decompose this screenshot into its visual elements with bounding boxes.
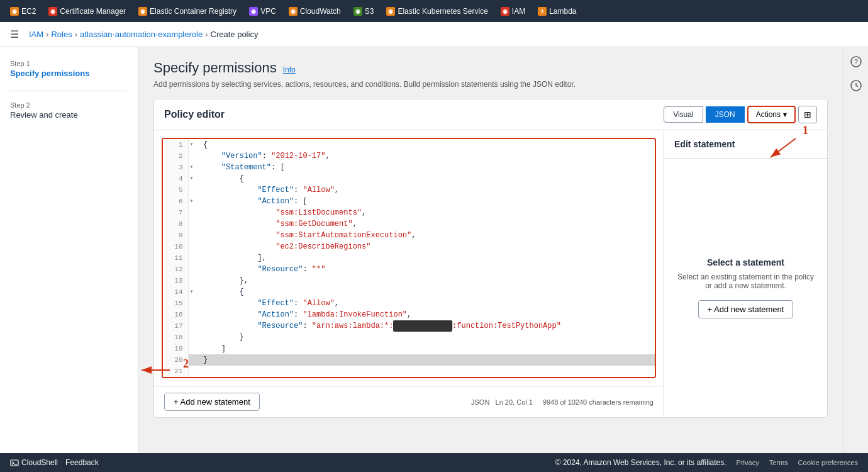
editor-body: 1▾{2 "Version": "2012-10-17",3▾ "Stateme… — [154, 130, 827, 417]
breadcrumb-role-name[interactable]: atlassian-automation-examplerole — [80, 30, 203, 39]
code-line-1: 1▾{ — [163, 139, 655, 150]
step1-title[interactable]: Specify permissions — [10, 69, 128, 78]
actions-button[interactable]: Actions ▾ — [747, 106, 796, 123]
ec2-icon: ◉ — [10, 7, 19, 16]
code-line-18: 18 } — [163, 332, 655, 343]
nav-ecr[interactable]: ◉ Elastic Container Registry — [133, 6, 242, 17]
editor-toolbar: Visual JSON Actions ▾ ⊞ — [664, 106, 817, 123]
add-statement-button[interactable]: + Add new statement — [164, 393, 260, 411]
json-editor-scroll[interactable]: 1▾{2 "Version": "2012-10-17",3▾ "Stateme… — [163, 139, 655, 377]
step2-title[interactable]: Review and create — [10, 110, 128, 120]
svg-rect-9 — [11, 460, 18, 466]
breadcrumb: IAM › Roles › atlassian-automation-examp… — [29, 30, 258, 39]
code-line-19: 19 ] — [163, 343, 655, 354]
nav-s3[interactable]: ◉ S3 — [348, 6, 379, 17]
nav-lambda[interactable]: λ Lambda — [533, 6, 581, 17]
code-line-3: 3▾ "Statement": [ — [163, 162, 655, 173]
chars-remaining: 9948 of 10240 characters remaining — [543, 398, 654, 406]
iam-icon: ◉ — [501, 7, 509, 16]
page-description: Add permissions by selecting services, a… — [153, 80, 828, 89]
code-line-11: 11 ], — [163, 252, 655, 264]
top-navigation: ◉ EC2 ◉ Certificate Manager ◉ Elastic Co… — [0, 0, 868, 22]
json-editor[interactable]: 1▾{2 "Version": "2012-10-17",3▾ "Stateme… — [162, 138, 656, 378]
code-table: 1▾{2 "Version": "2012-10-17",3▾ "Stateme… — [163, 139, 655, 377]
code-line-15: 15 "Effect": "Allow", — [163, 298, 655, 309]
select-statement-description: Select an existing statement in the poli… — [677, 273, 815, 290]
feedback-link[interactable]: Feedback — [65, 458, 99, 467]
right-panel-body: Select a statement Select an existing st… — [664, 159, 827, 417]
policy-editor-title: Policy editor — [164, 109, 225, 120]
main-content: Specify permissions Info Add permissions… — [138, 47, 843, 453]
settings-icon: ⊞ — [804, 110, 811, 120]
editor-settings-button[interactable]: ⊞ — [798, 106, 817, 123]
breadcrumb-iam[interactable]: IAM — [29, 30, 43, 39]
code-line-16: 16 "Action": "lambda:InvokeFunction", — [163, 309, 655, 320]
privacy-link[interactable]: Privacy — [737, 459, 759, 466]
right-panel-title: Edit statement — [664, 130, 827, 159]
svg-text:?: ? — [854, 58, 857, 65]
code-line-14: 14▾ { — [163, 286, 655, 298]
code-line-20: 20} — [163, 354, 655, 366]
code-line-12: 12 "Resource": "*" — [163, 264, 655, 275]
code-line-17: 17 "Resource": "arn:aws:lambda:*:███████… — [163, 320, 655, 332]
sidebar: Step 1 Specify permissions Step 2 Review… — [0, 47, 138, 453]
code-line-5: 5 "Effect": "Allow", — [163, 184, 655, 196]
code-line-9: 9 "ssm:StartAutomationExecution", — [163, 230, 655, 241]
ecr-icon: ◉ — [138, 7, 147, 16]
step1-label: Step 1 — [10, 60, 128, 67]
copyright: © 2024, Amazon Web Services, Inc. or its… — [555, 458, 726, 467]
code-line-8: 8 "ssm:GetDocument", — [163, 218, 655, 230]
nav-cloudwatch[interactable]: ◉ CloudWatch — [284, 6, 346, 17]
editor-footer: + Add new statement JSON Ln 20, Col 1 99… — [154, 386, 664, 417]
lambda-icon: λ — [538, 7, 547, 16]
svg-line-8 — [856, 86, 858, 87]
code-line-2: 2 "Version": "2012-10-17", — [163, 150, 655, 162]
policy-editor-header: Policy editor Visual JSON Actions ▾ ⊞ — [154, 99, 827, 130]
nav-vpc[interactable]: ◉ VPC — [244, 6, 281, 17]
add-statement-panel-button[interactable]: + Add new statement — [698, 300, 794, 318]
nav-cert[interactable]: ◉ Certificate Manager — [43, 6, 131, 17]
right-panel: Edit statement Select a statement Select… — [664, 130, 827, 417]
step2-label: Step 2 — [10, 101, 128, 109]
s3-icon: ◉ — [353, 7, 362, 16]
vpc-icon: ◉ — [249, 7, 258, 16]
breadcrumb-roles[interactable]: Roles — [51, 30, 72, 39]
info-link[interactable]: Info — [283, 65, 296, 74]
main-layout: Step 1 Specify permissions Step 2 Review… — [0, 47, 868, 453]
cert-icon: ◉ — [48, 7, 57, 16]
page-title: Specify permissions — [153, 60, 277, 76]
terms-link[interactable]: Terms — [769, 459, 788, 466]
clock-icon[interactable] — [847, 76, 865, 95]
nav-eks[interactable]: ◉ Elastic Kubernetes Service — [381, 6, 492, 17]
code-line-21: 21 — [163, 366, 655, 377]
second-navigation: ☰ IAM › Roles › atlassian-automation-exa… — [0, 22, 868, 47]
page-title-row: Specify permissions Info — [153, 60, 828, 76]
json-tab[interactable]: JSON — [706, 106, 745, 123]
code-line-4: 4▾ { — [163, 173, 655, 184]
select-statement-title: Select a statement — [707, 257, 784, 267]
code-line-10: 10 "ec2:DescribeRegions" — [163, 241, 655, 252]
nav-iam[interactable]: ◉ IAM — [496, 6, 530, 17]
nav-ec2[interactable]: ◉ EC2 — [5, 6, 41, 17]
visual-tab[interactable]: Visual — [664, 106, 703, 123]
breadcrumb-current: Create policy — [211, 30, 259, 39]
code-line-7: 7 "ssm:ListDocuments", — [163, 207, 655, 218]
bottom-bar-left: CloudShell Feedback — [10, 458, 99, 467]
bottom-bar-right: © 2024, Amazon Web Services, Inc. or its… — [555, 458, 858, 467]
right-icons-panel: ? — [843, 47, 868, 453]
code-line-13: 13 }, — [163, 275, 655, 286]
help-icon[interactable]: ? — [847, 52, 865, 71]
editor-status: JSON Ln 20, Col 1 — [471, 398, 533, 406]
code-line-6: 6▾ "Action": [ — [163, 196, 655, 207]
cloudshell-button[interactable]: CloudShell — [10, 458, 58, 467]
hamburger-menu[interactable]: ☰ — [10, 28, 19, 40]
cookie-link[interactable]: Cookie preferences — [798, 459, 858, 466]
bottom-bar: CloudShell Feedback © 2024, Amazon Web S… — [0, 453, 868, 472]
eks-icon: ◉ — [386, 7, 395, 16]
cloudwatch-icon: ◉ — [289, 7, 298, 16]
policy-editor: Policy editor Visual JSON Actions ▾ ⊞ — [153, 99, 828, 418]
chevron-down-icon: ▾ — [783, 110, 787, 119]
